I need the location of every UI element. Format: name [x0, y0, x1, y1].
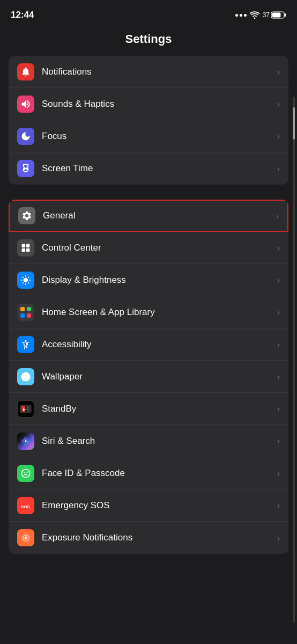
- exposure-chevron: ›: [277, 533, 280, 543]
- wallpaper-icon: [17, 368, 34, 385]
- settings-item-standby[interactable]: ▶ StandBy ›: [9, 393, 288, 425]
- signal-icon: [235, 14, 247, 17]
- standby-label: StandBy: [42, 404, 277, 414]
- siri-icon: [17, 433, 34, 450]
- accessibility-icon: [17, 336, 34, 353]
- settings-item-siri[interactable]: Siri & Search ›: [9, 425, 288, 457]
- screen-time-icon: [17, 160, 34, 177]
- focus-icon: [17, 128, 34, 145]
- general-chevron: ›: [276, 211, 279, 221]
- settings-group-2: General › Control Center › Display & Bri…: [9, 200, 288, 554]
- svg-rect-7: [20, 307, 25, 311]
- emergency-sos-icon: SOS: [17, 497, 34, 514]
- sounds-chevron: ›: [277, 99, 280, 108]
- svg-rect-15: [26, 406, 30, 412]
- notifications-icon: [17, 63, 34, 80]
- settings-item-accessibility[interactable]: Accessibility ›: [9, 328, 288, 361]
- svg-rect-6: [26, 248, 30, 252]
- settings-item-focus[interactable]: Focus ›: [9, 120, 288, 152]
- status-time: 12:44: [11, 10, 34, 20]
- scrollbar-thumb[interactable]: [293, 107, 295, 140]
- settings-item-face-id[interactable]: Face ID & Passcode ›: [9, 457, 288, 489]
- screen-time-chevron: ›: [277, 164, 280, 173]
- control-center-icon: [17, 239, 34, 257]
- settings-item-control-center[interactable]: Control Center ›: [9, 232, 288, 264]
- battery-level: 37: [263, 11, 270, 19]
- settings-item-screen-time[interactable]: Screen Time ›: [9, 152, 288, 185]
- accessibility-chevron: ›: [277, 340, 280, 349]
- settings-item-display[interactable]: Display & Brightness ›: [9, 264, 288, 296]
- accessibility-label: Accessibility: [42, 339, 277, 350]
- home-screen-chevron: ›: [277, 308, 280, 317]
- svg-point-21: [25, 440, 26, 442]
- sounds-icon: [17, 96, 34, 113]
- focus-label: Focus: [42, 131, 277, 142]
- svg-rect-3: [22, 244, 26, 247]
- standby-chevron: ›: [277, 404, 280, 413]
- focus-chevron: ›: [277, 131, 280, 141]
- siri-chevron: ›: [277, 436, 280, 445]
- control-center-label: Control Center: [42, 243, 277, 253]
- display-chevron: ›: [277, 275, 280, 284]
- scrollbar[interactable]: [293, 97, 295, 623]
- svg-text:SOS: SOS: [21, 504, 31, 509]
- svg-rect-9: [20, 313, 25, 318]
- svg-rect-4: [26, 244, 30, 247]
- svg-rect-1: [285, 13, 286, 17]
- settings-group-1: Notifications › Sounds & Haptics › Focus…: [9, 56, 288, 185]
- display-icon: [17, 272, 34, 289]
- siri-label: Siri & Search: [42, 436, 277, 447]
- home-screen-icon: [17, 304, 34, 321]
- svg-point-23: [25, 537, 27, 539]
- status-icons: 37: [235, 11, 286, 19]
- svg-rect-2: [272, 13, 281, 18]
- settings-item-wallpaper[interactable]: Wallpaper ›: [9, 361, 288, 393]
- wallpaper-chevron: ›: [277, 372, 280, 381]
- notifications-chevron: ›: [277, 67, 280, 76]
- face-id-icon: [17, 465, 34, 482]
- exposure-label: Exposure Notifications: [42, 532, 277, 543]
- exposure-icon: [17, 529, 34, 546]
- settings-item-emergency-sos[interactable]: SOS Emergency SOS ›: [9, 489, 288, 522]
- svg-point-11: [25, 340, 26, 341]
- battery-icon: 37: [263, 11, 286, 19]
- page-title: Settings: [0, 27, 297, 56]
- status-bar: 12:44 37: [0, 0, 297, 27]
- svg-rect-10: [27, 313, 31, 318]
- face-id-label: Face ID & Passcode: [42, 468, 277, 479]
- home-screen-label: Home Screen & App Library: [42, 307, 277, 318]
- svg-rect-18: [27, 409, 29, 411]
- svg-rect-17: [27, 407, 29, 408]
- wifi-icon: [250, 11, 259, 19]
- svg-rect-5: [22, 248, 26, 252]
- notifications-label: Notifications: [42, 67, 277, 77]
- emergency-sos-chevron: ›: [277, 501, 280, 510]
- wallpaper-label: Wallpaper: [42, 371, 277, 382]
- general-icon: [18, 207, 35, 224]
- general-label: General: [43, 210, 276, 221]
- settings-item-exposure[interactable]: Exposure Notifications ›: [9, 522, 288, 554]
- emergency-sos-label: Emergency SOS: [42, 500, 277, 511]
- standby-icon: ▶: [17, 400, 34, 418]
- settings-item-general[interactable]: General ›: [9, 200, 288, 232]
- settings-item-sounds[interactable]: Sounds & Haptics ›: [9, 88, 288, 120]
- svg-rect-8: [27, 307, 31, 311]
- control-center-chevron: ›: [277, 243, 280, 252]
- settings-item-home-screen[interactable]: Home Screen & App Library ›: [9, 296, 288, 328]
- screen-time-label: Screen Time: [42, 163, 277, 174]
- sounds-label: Sounds & Haptics: [42, 99, 277, 109]
- face-id-chevron: ›: [277, 469, 280, 478]
- settings-item-notifications[interactable]: Notifications ›: [9, 56, 288, 88]
- display-label: Display & Brightness: [42, 275, 277, 286]
- svg-text:▶: ▶: [23, 408, 26, 411]
